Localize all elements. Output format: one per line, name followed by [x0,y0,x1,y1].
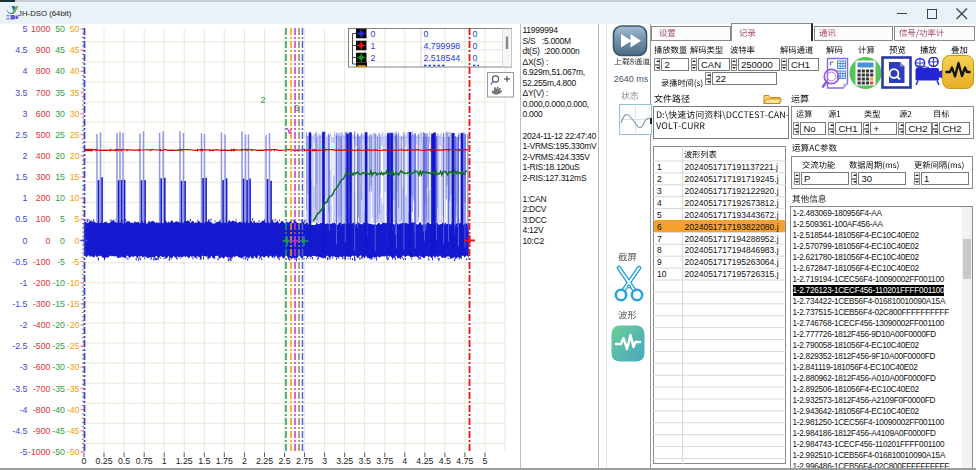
svg-text:-4.5: -4.5 [12,426,27,436]
svg-text:3.75: 3.75 [376,456,393,466]
svg-text:-20: -20 [67,320,80,330]
svg-text:40: 40 [70,66,80,76]
svg-text:0: 0 [473,53,478,63]
svg-text:1: 1 [162,456,167,466]
svg-text:-30: -30 [52,362,65,372]
svg-text:20: 20 [55,151,65,161]
svg-text:900: 900 [36,45,51,55]
svg-text:2: 2 [261,94,266,105]
svg-text:15: 15 [55,172,65,182]
svg-text:2: 2 [242,456,247,466]
svg-text:40: 40 [55,66,65,76]
svg-text:25: 25 [55,130,65,140]
svg-text:0: 0 [473,41,478,51]
svg-text:3: 3 [322,456,327,466]
svg-text:0: 0 [424,29,429,39]
svg-text:-1.5: -1.5 [12,299,27,309]
svg-text:35: 35 [55,88,65,98]
svg-text:600: 600 [36,109,51,119]
svg-text:35: 35 [70,88,80,98]
svg-text:1000: 1000 [31,24,51,34]
svg-text:4.5: 4.5 [15,45,27,55]
svg-text:2.75: 2.75 [296,456,313,466]
svg-text:30: 30 [55,109,65,119]
svg-text:3.5: 3.5 [15,88,27,98]
svg-text:0.75: 0.75 [136,456,153,466]
svg-text:0: 0 [23,236,28,246]
svg-text:0: 0 [82,456,87,466]
svg-text:50: 50 [70,24,80,34]
svg-text:30: 30 [70,109,80,119]
svg-text:-50: -50 [67,447,80,457]
svg-text:-500: -500 [33,341,51,351]
svg-text:5: 5 [60,214,65,224]
svg-text:-4: -4 [20,405,28,415]
svg-text:1: 1 [371,41,376,51]
svg-text:-3.5: -3.5 [12,384,27,394]
svg-text:200: 200 [36,193,51,203]
svg-text:-1000: -1000 [28,447,51,457]
svg-text:-2: -2 [20,320,28,330]
svg-text:0: 0 [473,29,478,39]
svg-text:-1: -1 [20,278,28,288]
svg-text:3.5: 3.5 [359,456,371,466]
svg-text:300: 300 [36,172,51,182]
svg-text:-40: -40 [67,405,80,415]
svg-text:0.5: 0.5 [118,456,130,466]
svg-text:-40: -40 [52,405,65,415]
svg-text:4.25: 4.25 [416,456,433,466]
svg-text:0: 0 [371,29,376,39]
svg-text:100: 100 [36,214,51,224]
svg-text:2: 2 [371,53,376,63]
svg-text:4.799998: 4.799998 [424,41,461,51]
svg-text:-800: -800 [33,405,51,415]
svg-text:5: 5 [23,24,28,34]
svg-text:0.5: 0.5 [15,214,27,224]
svg-text:-100: -100 [33,257,51,267]
svg-text:-2.5: -2.5 [12,341,27,351]
svg-text:-700: -700 [33,384,51,394]
svg-text:2.518544: 2.518544 [424,53,461,63]
svg-text:-5: -5 [20,447,28,457]
svg-text:25: 25 [70,130,80,140]
svg-text:-200: -200 [33,278,51,288]
svg-text:-25: -25 [52,341,65,351]
svg-text:500: 500 [36,130,51,140]
svg-text:1.5: 1.5 [15,172,27,182]
svg-text:1.5: 1.5 [198,456,210,466]
svg-text:45: 45 [70,45,80,55]
svg-text:0: 0 [75,236,80,246]
svg-text:-0.5: -0.5 [12,257,27,267]
svg-text:-5: -5 [72,257,80,267]
svg-text:-35: -35 [52,384,65,394]
svg-text:15: 15 [70,172,80,182]
svg-text:-15: -15 [67,299,80,309]
svg-text:3.25: 3.25 [336,456,353,466]
svg-text:4.5: 4.5 [439,456,451,466]
svg-text:-10: -10 [52,278,65,288]
svg-text:-15: -15 [52,299,65,309]
svg-text:-5: -5 [57,257,65,267]
svg-text:3: 3 [23,109,28,119]
svg-text:400: 400 [36,151,51,161]
svg-text:-20: -20 [52,320,65,330]
svg-text:2.5: 2.5 [278,456,290,466]
svg-text:1.75: 1.75 [216,456,233,466]
svg-text:10: 10 [70,193,80,203]
svg-text:50: 50 [55,24,65,34]
svg-text:20: 20 [70,151,80,161]
svg-text:-35: -35 [67,384,80,394]
svg-text:1: 1 [23,193,28,203]
svg-text:1.25: 1.25 [176,456,193,466]
svg-text:-600: -600 [33,362,51,372]
svg-text:2.25: 2.25 [256,456,273,466]
svg-text:4: 4 [23,66,28,76]
svg-text:-400: -400 [33,320,51,330]
svg-text:-900: -900 [33,426,51,436]
svg-text:5: 5 [75,214,80,224]
svg-text:700: 700 [36,88,51,98]
svg-text:-300: -300 [33,299,51,309]
svg-text:0: 0 [60,236,65,246]
svg-text:-25: -25 [67,341,80,351]
svg-text:-45: -45 [52,426,65,436]
